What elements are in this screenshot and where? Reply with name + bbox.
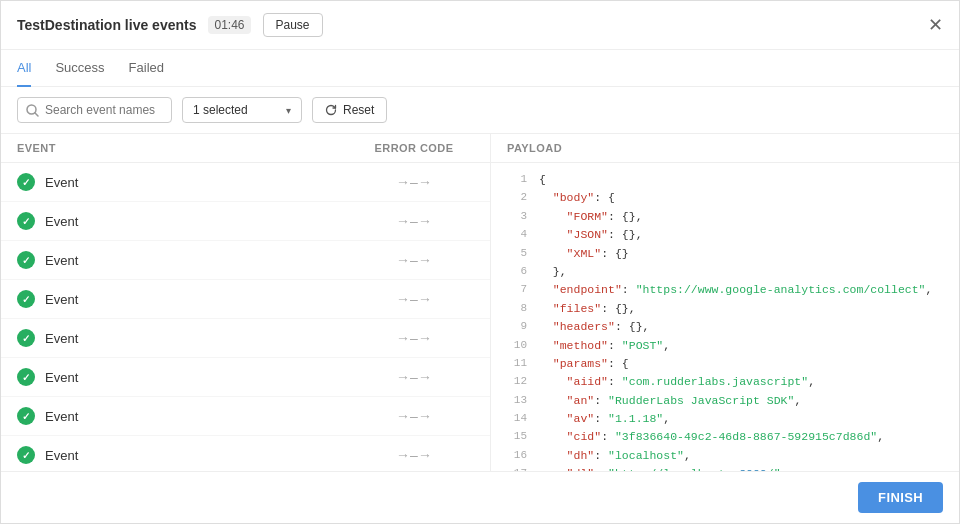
table-row[interactable]: Event →–→ bbox=[1, 358, 490, 397]
arrow-icon: →–→ bbox=[354, 369, 474, 385]
table-row[interactable]: Event →–→ bbox=[1, 397, 490, 436]
line-number: 16 bbox=[499, 447, 527, 465]
line-number: 8 bbox=[499, 300, 527, 318]
table-row[interactable]: Event →–→ bbox=[1, 202, 490, 241]
line-code: "XML": {} bbox=[539, 245, 629, 263]
line-number: 9 bbox=[499, 318, 527, 336]
event-name: Event bbox=[45, 253, 354, 268]
arrow-icon: →–→ bbox=[354, 174, 474, 190]
code-line: 1{ bbox=[491, 171, 959, 189]
code-line: 7 "endpoint": "https://www.google-analyt… bbox=[491, 281, 959, 299]
modal-title: TestDestination live events bbox=[17, 17, 196, 33]
code-line: 15 "cid": "3f836640-49c2-46d8-8867-59291… bbox=[491, 428, 959, 446]
close-button[interactable]: ✕ bbox=[928, 16, 943, 34]
success-icon bbox=[17, 368, 35, 386]
chevron-down-icon: ▾ bbox=[286, 105, 291, 116]
line-number: 2 bbox=[499, 189, 527, 207]
code-line: 6 }, bbox=[491, 263, 959, 281]
table-row[interactable]: Event →–→ bbox=[1, 241, 490, 280]
arrow-icon: →–→ bbox=[354, 252, 474, 268]
event-name: Event bbox=[45, 448, 354, 463]
code-line: 11 "params": { bbox=[491, 355, 959, 373]
line-number: 13 bbox=[499, 392, 527, 410]
code-line: 13 "an": "RudderLabs JavaScript SDK", bbox=[491, 392, 959, 410]
code-line: 5 "XML": {} bbox=[491, 245, 959, 263]
code-line: 3 "FORM": {}, bbox=[491, 208, 959, 226]
tab-all[interactable]: All bbox=[17, 50, 31, 87]
code-line: 4 "JSON": {}, bbox=[491, 226, 959, 244]
success-icon bbox=[17, 212, 35, 230]
payload-panel: PAYLOAD 1{2 "body": {3 "FORM": {},4 "JSO… bbox=[491, 134, 959, 471]
event-name: Event bbox=[45, 292, 354, 307]
table-row[interactable]: Event →–→ bbox=[1, 280, 490, 319]
toolbar: 1 selected ▾ Reset bbox=[1, 87, 959, 134]
col-event-header: EVENT bbox=[17, 142, 354, 154]
table-header: EVENT ERROR CODE bbox=[1, 134, 490, 163]
timer-badge: 01:46 bbox=[208, 16, 250, 34]
code-line: 12 "aiid": "com.rudderlabs.javascript", bbox=[491, 373, 959, 391]
arrow-icon: →–→ bbox=[354, 408, 474, 424]
main-content: EVENT ERROR CODE Event →–→ Event →–→ Eve… bbox=[1, 134, 959, 471]
payload-content: 1{2 "body": {3 "FORM": {},4 "JSON": {},5… bbox=[491, 163, 959, 471]
line-number: 10 bbox=[499, 337, 527, 355]
line-code: "headers": {}, bbox=[539, 318, 649, 336]
modal-footer: FINISH bbox=[1, 471, 959, 523]
search-wrapper bbox=[17, 97, 172, 123]
table-row[interactable]: Event →–→ bbox=[1, 436, 490, 471]
line-number: 6 bbox=[499, 263, 527, 281]
line-number: 15 bbox=[499, 428, 527, 446]
success-icon bbox=[17, 329, 35, 347]
success-icon bbox=[17, 290, 35, 308]
modal-header: TestDestination live events 01:46 Pause … bbox=[1, 1, 959, 50]
event-name: Event bbox=[45, 409, 354, 424]
line-number: 7 bbox=[499, 281, 527, 299]
modal-container: TestDestination live events 01:46 Pause … bbox=[0, 0, 960, 524]
line-code: "av": "1.1.18", bbox=[539, 410, 670, 428]
code-line: 2 "body": { bbox=[491, 189, 959, 207]
line-code: "an": "RudderLabs JavaScript SDK", bbox=[539, 392, 801, 410]
line-number: 14 bbox=[499, 410, 527, 428]
success-icon bbox=[17, 251, 35, 269]
code-line: 10 "method": "POST", bbox=[491, 337, 959, 355]
event-name: Event bbox=[45, 331, 354, 346]
tabs-row: All Success Failed bbox=[1, 50, 959, 87]
table-row[interactable]: Event →–→ bbox=[1, 319, 490, 358]
line-number: 1 bbox=[499, 171, 527, 189]
tab-failed[interactable]: Failed bbox=[129, 50, 164, 87]
code-line: 8 "files": {}, bbox=[491, 300, 959, 318]
events-list: Event →–→ Event →–→ Event →–→ Event →–→ … bbox=[1, 163, 490, 471]
svg-line-1 bbox=[35, 112, 38, 115]
success-icon bbox=[17, 407, 35, 425]
line-code: { bbox=[539, 171, 546, 189]
line-number: 3 bbox=[499, 208, 527, 226]
search-input[interactable] bbox=[45, 103, 163, 117]
line-code: "JSON": {}, bbox=[539, 226, 643, 244]
line-code: "endpoint": "https://www.google-analytic… bbox=[539, 281, 932, 299]
line-code: "cid": "3f836640-49c2-46d8-8867-592915c7… bbox=[539, 428, 884, 446]
line-code: "method": "POST", bbox=[539, 337, 670, 355]
line-code: "body": { bbox=[539, 189, 615, 207]
reset-button[interactable]: Reset bbox=[312, 97, 387, 123]
tab-success[interactable]: Success bbox=[55, 50, 104, 87]
search-icon bbox=[26, 104, 39, 117]
line-code: }, bbox=[539, 263, 567, 281]
filter-dropdown[interactable]: 1 selected ▾ bbox=[182, 97, 302, 123]
success-icon bbox=[17, 173, 35, 191]
finish-button[interactable]: FINISH bbox=[858, 482, 943, 513]
dropdown-label: 1 selected bbox=[193, 103, 248, 117]
line-code: "FORM": {}, bbox=[539, 208, 643, 226]
success-icon bbox=[17, 446, 35, 464]
code-line: 16 "dh": "localhost", bbox=[491, 447, 959, 465]
line-code: "aiid": "com.rudderlabs.javascript", bbox=[539, 373, 815, 391]
line-number: 5 bbox=[499, 245, 527, 263]
line-number: 11 bbox=[499, 355, 527, 373]
pause-button[interactable]: Pause bbox=[263, 13, 323, 37]
line-code: "params": { bbox=[539, 355, 629, 373]
arrow-icon: →–→ bbox=[354, 213, 474, 229]
payload-header: PAYLOAD bbox=[491, 134, 959, 163]
event-name: Event bbox=[45, 214, 354, 229]
code-line: 9 "headers": {}, bbox=[491, 318, 959, 336]
reset-icon bbox=[325, 104, 337, 116]
line-code: "dh": "localhost", bbox=[539, 447, 691, 465]
table-row[interactable]: Event →–→ bbox=[1, 163, 490, 202]
